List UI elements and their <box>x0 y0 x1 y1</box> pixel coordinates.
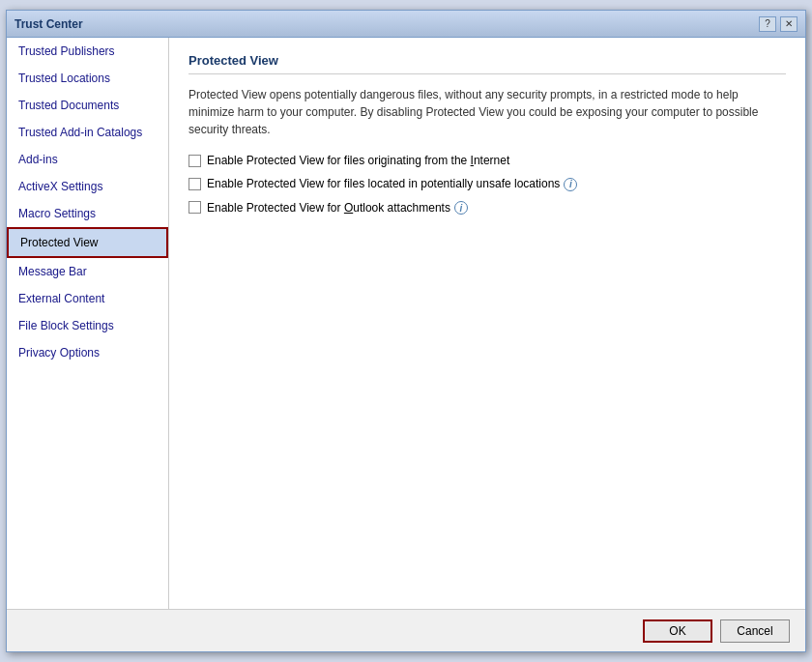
cb-outlook-info-icon[interactable]: i <box>454 201 468 215</box>
checkboxes-section: Enable Protected View for files originat… <box>188 154 786 215</box>
sidebar-item-message-bar[interactable]: Message Bar <box>7 258 168 285</box>
footer: OK Cancel <box>7 609 805 651</box>
sidebar-item-protected-view[interactable]: Protected View <box>7 227 168 258</box>
cb-unsafe-locations-info-icon[interactable]: i <box>564 178 577 191</box>
cb-unsafe-locations-checkbox[interactable] <box>188 178 201 190</box>
cancel-button[interactable]: Cancel <box>720 619 790 643</box>
checkbox-row-cb-outlook: Enable Protected View for Outlook attach… <box>188 201 786 216</box>
checkbox-row-cb-unsafe-locations: Enable Protected View for files located … <box>188 177 786 191</box>
sidebar-item-trusted-add-in-catalogs[interactable]: Trusted Add-in Catalogs <box>7 119 168 146</box>
sidebar-item-privacy-options[interactable]: Privacy Options <box>7 339 168 366</box>
close-button[interactable]: ✕ <box>780 16 798 32</box>
title-bar: Trust Center ? ✕ <box>7 11 805 38</box>
sidebar-item-trusted-publishers[interactable]: Trusted Publishers <box>7 38 168 65</box>
cb-unsafe-locations-label: Enable Protected View for files located … <box>207 177 577 191</box>
sidebar-item-macro-settings[interactable]: Macro Settings <box>7 200 168 227</box>
sidebar-item-trusted-locations[interactable]: Trusted Locations <box>7 65 168 92</box>
cb-outlook-label: Enable Protected View for Outlook attach… <box>207 201 468 216</box>
window-body: Trusted PublishersTrusted LocationsTrust… <box>7 38 805 609</box>
sidebar-item-activex-settings[interactable]: ActiveX Settings <box>7 173 168 200</box>
cb-internet-label: Enable Protected View for files originat… <box>207 154 509 167</box>
ok-button[interactable]: OK <box>643 619 712 643</box>
sidebar: Trusted PublishersTrusted LocationsTrust… <box>7 38 169 609</box>
trust-center-window: Trust Center ? ✕ Trusted PublishersTrust… <box>6 10 806 652</box>
title-bar-controls: ? ✕ <box>759 16 798 32</box>
section-title: Protected View <box>188 53 786 74</box>
sidebar-item-trusted-documents[interactable]: Trusted Documents <box>7 92 168 119</box>
sidebar-item-add-ins[interactable]: Add-ins <box>7 146 168 173</box>
main-content: Protected View Protected View opens pote… <box>169 38 805 609</box>
sidebar-item-external-content[interactable]: External Content <box>7 285 168 312</box>
description-text: Protected View opens potentially dangero… <box>188 86 786 138</box>
sidebar-item-file-block-settings[interactable]: File Block Settings <box>7 312 168 339</box>
help-button[interactable]: ? <box>759 16 776 32</box>
window-title: Trust Center <box>14 17 83 31</box>
cb-internet-checkbox[interactable] <box>188 155 201 167</box>
cb-outlook-checkbox[interactable] <box>188 201 201 214</box>
checkbox-row-cb-internet: Enable Protected View for files originat… <box>188 154 786 167</box>
